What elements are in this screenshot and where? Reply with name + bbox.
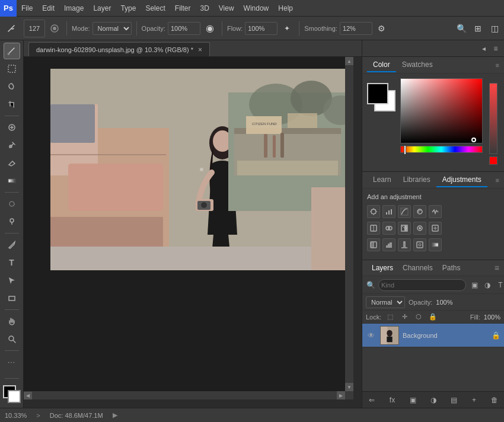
adj-photo-filter[interactable] <box>413 222 426 235</box>
adj-channel-mixer[interactable] <box>429 222 442 235</box>
adj-vibrance[interactable] <box>429 205 442 218</box>
adj-levels[interactable] <box>382 205 395 218</box>
hue-slider[interactable] <box>400 146 483 153</box>
opacity-input[interactable] <box>168 22 200 35</box>
adj-gradient-map[interactable] <box>429 238 442 251</box>
spot-healing-tool[interactable] <box>4 119 20 136</box>
adj-posterize[interactable] <box>382 238 395 251</box>
status-doc-arrow[interactable]: ▶ <box>113 411 117 419</box>
tab-channels[interactable]: Channels <box>398 261 438 274</box>
adjustments-panel-menu[interactable]: ≡ <box>496 177 499 184</box>
layer-visibility-eye[interactable]: 👁 <box>366 330 377 341</box>
canvas-image[interactable]: CITIZEN FUND <box>50 69 345 270</box>
menu-file[interactable]: File <box>17 0 37 16</box>
zoom-tool[interactable] <box>4 331 20 347</box>
lock-pixels-btn[interactable]: ⬚ <box>385 312 395 322</box>
tab-adjustments[interactable]: Adjustments <box>436 173 487 187</box>
gradient-tool[interactable] <box>4 172 20 189</box>
filter-type-icon[interactable]: T <box>495 279 504 291</box>
blur-tool[interactable] <box>4 196 20 212</box>
horizontal-scrollbar[interactable]: ◀ ▶ <box>24 391 345 399</box>
menu-edit[interactable]: Edit <box>37 0 59 16</box>
right-panel-expand-icon[interactable]: ◂ <box>478 43 490 55</box>
rectangle-tool[interactable] <box>4 290 20 306</box>
tab-color[interactable]: Color <box>367 58 396 72</box>
scroll-right-btn[interactable]: ▶ <box>337 391 345 399</box>
smoothing-input[interactable] <box>340 22 372 35</box>
close-tab-button[interactable]: × <box>198 46 202 54</box>
adj-curves[interactable] <box>398 205 411 218</box>
marquee-tool[interactable] <box>4 60 20 77</box>
layers-search-input[interactable] <box>378 279 466 291</box>
adj-brightness-contrast[interactable] <box>367 205 380 218</box>
menu-view[interactable]: View <box>214 0 239 16</box>
lock-all-btn[interactable]: 🔒 <box>428 312 438 322</box>
filter-pixel-icon[interactable]: ▣ <box>468 279 480 291</box>
new-group-btn[interactable]: ▤ <box>448 394 460 406</box>
tab-libraries[interactable]: Libraries <box>397 173 436 187</box>
color-panel-menu[interactable]: ≡ <box>496 62 499 69</box>
add-mask-btn[interactable]: ▣ <box>407 394 419 406</box>
search-icon[interactable]: 🔍 <box>454 21 468 36</box>
scroll-left-btn[interactable]: ◀ <box>24 392 32 400</box>
background-color[interactable] <box>8 390 21 403</box>
opacity-airbrush-icon[interactable]: ◉ <box>203 21 217 36</box>
mode-select[interactable]: Normal <box>92 22 132 35</box>
delete-layer-btn[interactable]: 🗑 <box>489 394 500 406</box>
menu-layer[interactable]: Layer <box>88 0 116 16</box>
pen-tool[interactable] <box>4 236 20 253</box>
tab-swatches[interactable]: Swatches <box>396 58 439 72</box>
menu-image[interactable]: Image <box>59 0 88 16</box>
adj-threshold[interactable] <box>398 238 411 251</box>
brush-size-btn[interactable]: 127 <box>24 20 45 37</box>
lock-artboard-btn[interactable]: ⬡ <box>413 312 424 322</box>
menu-3d[interactable]: 3D <box>195 0 213 16</box>
brush-hardness-icon[interactable] <box>47 21 62 36</box>
dodge-tool[interactable] <box>4 213 20 230</box>
adj-exposure[interactable] <box>413 205 426 218</box>
link-layers-btn[interactable]: ⇐ <box>366 394 378 406</box>
window-arrange-icon[interactable]: ◫ <box>487 21 502 36</box>
right-panel-menu-icon[interactable]: ≡ <box>490 43 502 55</box>
text-tool[interactable]: T <box>4 254 20 271</box>
adj-hsl[interactable] <box>367 222 380 235</box>
lock-move-btn[interactable]: ✛ <box>399 312 410 322</box>
hand-tool[interactable] <box>4 313 20 330</box>
lasso-tool[interactable] <box>4 78 20 95</box>
add-style-btn[interactable]: fx <box>387 394 398 406</box>
status-expand-arrow[interactable]: > <box>36 412 40 419</box>
clone-stamp-tool[interactable] <box>4 137 20 154</box>
vertical-scrollbar[interactable]: ▲ ▼ <box>345 57 353 399</box>
foreground-swatch[interactable] <box>367 83 388 104</box>
menu-type[interactable]: Type <box>116 0 141 16</box>
canvas-viewport[interactable]: CITIZEN FUND <box>24 57 345 391</box>
color-saturation-brightness[interactable] <box>400 78 483 143</box>
adj-selective-color[interactable] <box>413 238 426 251</box>
blend-mode-select[interactable]: Normal <box>366 296 405 308</box>
new-layer-btn[interactable]: + <box>468 394 480 406</box>
menu-help[interactable]: Help <box>273 0 298 16</box>
tab-paths[interactable]: Paths <box>438 261 465 274</box>
tab-learn[interactable]: Learn <box>367 173 397 187</box>
brush-tool[interactable] <box>4 43 20 59</box>
add-adjustment-btn[interactable]: ◑ <box>428 394 439 406</box>
more-tools[interactable]: ··· <box>4 354 20 370</box>
crop-tool[interactable] <box>4 96 20 113</box>
menu-select[interactable]: Select <box>141 0 170 16</box>
tab-layers[interactable]: Layers <box>367 261 398 274</box>
scroll-up-btn[interactable]: ▲ <box>345 57 353 65</box>
adj-black-white[interactable] <box>398 222 411 235</box>
menu-window[interactable]: Window <box>239 0 274 16</box>
flow-icon[interactable]: ✦ <box>280 21 294 36</box>
adj-color-balance[interactable] <box>382 222 395 235</box>
flow-input[interactable] <box>245 22 277 35</box>
adj-invert[interactable] <box>367 238 380 251</box>
layer-background[interactable]: 👁 Background 🔒 <box>362 324 504 347</box>
path-selection-tool[interactable] <box>4 272 20 289</box>
document-tab[interactable]: darwin-kong-602890-unsplash.jpg @ 10.3% … <box>28 42 210 56</box>
menu-filter[interactable]: Filter <box>170 0 196 16</box>
layers-panel-menu[interactable]: ≡ <box>495 263 499 273</box>
eraser-tool[interactable] <box>4 155 20 171</box>
filter-adj-icon[interactable]: ◑ <box>481 279 493 291</box>
smoothing-settings-icon[interactable]: ⚙ <box>375 21 389 36</box>
